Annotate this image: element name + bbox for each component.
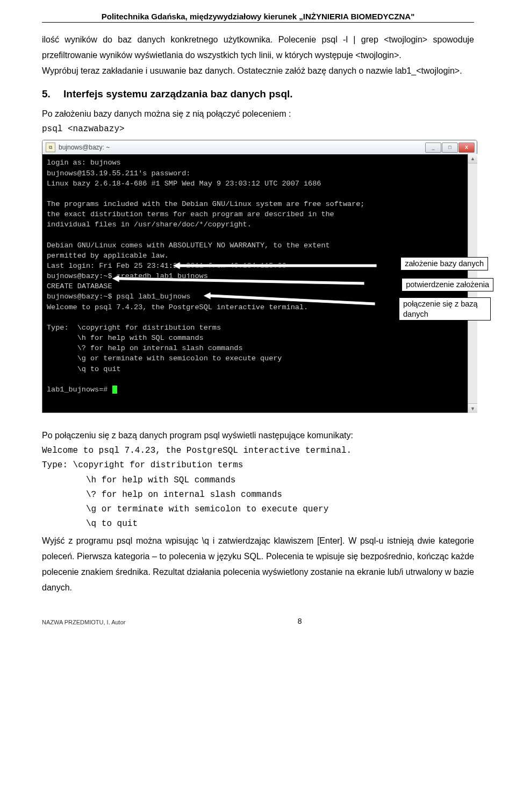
page-header: Politechnika Gdańska, międzywydziałowy k… [42, 12, 474, 23]
terminal-screenshot: ⧉ bujnows@bazy: ~ _ □ X login as: bujnow… [42, 140, 477, 413]
paragraph-5: Wyjść z programu psql można wpisując \q … [42, 533, 474, 595]
maximize-button[interactable]: □ [442, 143, 458, 153]
scroll-up-icon[interactable]: ▲ [468, 154, 477, 163]
callout-connect: połączenie się z bazą danych [399, 297, 491, 320]
cursor-icon [112, 386, 117, 394]
psql-help-g: \g or terminate with semicolon to execut… [42, 502, 474, 517]
page-footer: NAZWA PRZEDMIOTU, I. Autor 8 [42, 617, 474, 625]
paragraph-3: Po założeniu bazy danych można się z nią… [42, 106, 474, 122]
psql-help-q: \? for help on internal slash commands [42, 488, 474, 502]
minimize-button[interactable]: _ [425, 143, 441, 153]
terminal-text: login as: bujnows bujnows@153.19.55.211'… [47, 159, 364, 393]
putty-icon: ⧉ [46, 143, 55, 152]
close-button[interactable]: X [458, 143, 475, 153]
window-titlebar: ⧉ bujnows@bazy: ~ _ □ X [42, 140, 477, 154]
heading-5: 5.Interfejs systemu zarządzania baz dany… [42, 88, 474, 100]
callout-confirm: potwierdzenie założenia [402, 278, 493, 291]
paragraph-1: ilość wyników do baz danych konkretnego … [42, 32, 474, 63]
heading-number: 5. [42, 88, 63, 100]
paragraph-4: Po połączeniu się z bazą danych program … [42, 428, 474, 444]
window-title: bujnows@bazy: ~ [59, 144, 425, 151]
psql-type-line: Type: \copyright for distribution terms [42, 458, 474, 473]
code-psql-connect: psql <nazwabazy> [42, 122, 474, 137]
scroll-down-icon[interactable]: ▼ [468, 403, 477, 413]
psql-help-quit: \q to quit [42, 517, 474, 531]
paragraph-2: Wypróbuj teraz zakładanie i usuwanie baz… [42, 63, 474, 79]
callout-create-db: założenie bazy danych [400, 257, 488, 270]
psql-help-h: \h for help with SQL commands [42, 473, 474, 488]
footer-attribution: NAZWA PRZEDMIOTU, I. Autor [42, 619, 125, 625]
page-number: 8 [125, 617, 474, 625]
psql-welcome-line: Welcome to psql 7.4.23, the PostgreSQL i… [42, 444, 474, 458]
heading-text: Interfejs systemu zarządzania baz danych… [63, 88, 293, 99]
